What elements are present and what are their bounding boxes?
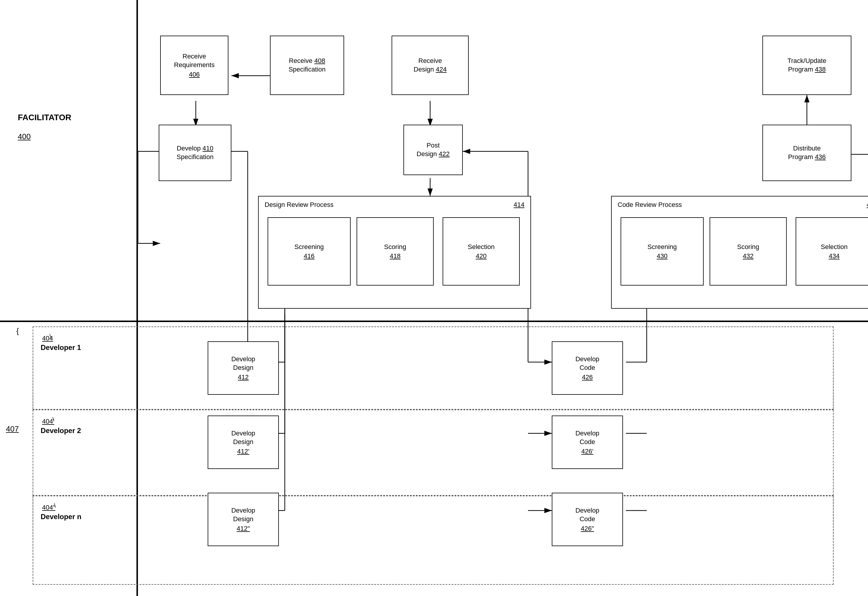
develop-design2-num: 412' xyxy=(237,448,249,455)
develop-code3-box: DevelopCode 426" xyxy=(552,493,623,546)
post-design-title: PostDesign 422 xyxy=(416,141,449,158)
diagram: FACILITATOR 400 Receive Requirements 406… xyxy=(0,0,868,596)
design-review-num: 414 xyxy=(514,201,524,209)
develop-spec-title: Develop 410Specification xyxy=(177,144,214,161)
receive-req-title: Receive Requirements xyxy=(163,52,226,69)
develop-design3-num: 412" xyxy=(237,525,250,532)
developer1-section: 404 \ Developer 1 xyxy=(32,327,834,410)
scoring-418-num: 418 xyxy=(390,252,401,260)
selection-420-box: Selection 420 xyxy=(443,217,520,285)
post-design-box: PostDesign 422 xyxy=(403,125,463,175)
selection-434-num: 434 xyxy=(829,252,840,260)
developer2-section: 404' \ Developer 2 xyxy=(32,410,834,496)
horizontal-divider xyxy=(0,321,868,322)
develop-code3-title: DevelopCode xyxy=(576,506,599,523)
facilitator-number: 400 xyxy=(18,132,31,141)
develop-code2-box: DevelopCode 426' xyxy=(552,416,623,469)
scoring-418-box: Scoring 418 xyxy=(357,217,434,285)
code-review-outer: Code Review Process 428 Screening 430 Sc… xyxy=(611,196,868,309)
selection-420-num: 420 xyxy=(476,252,487,260)
develop-code1-num: 426 xyxy=(582,373,593,381)
develop-spec-box: Develop 410Specification xyxy=(159,125,232,181)
scoring-432-title: Scoring xyxy=(737,243,759,251)
dev2-label: Developer 2 xyxy=(41,426,81,435)
distribute-title: DistributeProgram 436 xyxy=(788,144,825,161)
code-review-label: Code Review Process xyxy=(618,201,682,209)
screening-430-title: Screening xyxy=(647,243,677,251)
group-407-label: 407 xyxy=(6,424,19,434)
receive-req-num: 406 xyxy=(189,71,200,78)
develop-design3-box: DevelopDesign 412" xyxy=(208,493,279,546)
screening-416-num: 416 xyxy=(304,252,315,260)
scoring-418-title: Scoring xyxy=(384,243,406,251)
screening-430-num: 430 xyxy=(657,252,668,260)
develop-design2-box: DevelopDesign 412' xyxy=(208,416,279,469)
scoring-432-num: 432 xyxy=(743,252,754,260)
receive-requirements-box: Receive Requirements 406 xyxy=(160,35,229,95)
devn-label: Developer n xyxy=(41,513,81,521)
develop-code1-title: DevelopCode xyxy=(576,355,599,372)
selection-434-box: Selection 434 xyxy=(796,217,868,285)
receive-spec-box: Receive 408Specification xyxy=(270,35,344,95)
dev1-label: Developer 1 xyxy=(41,343,81,352)
design-review-label: Design Review Process xyxy=(264,201,334,209)
group-407-brace: { xyxy=(16,327,19,336)
screening-416-title: Screening xyxy=(294,243,324,251)
develop-design3-title: DevelopDesign xyxy=(232,506,255,523)
screening-416-box: Screening 416 xyxy=(267,217,351,285)
distribute-box: DistributeProgram 436 xyxy=(762,125,852,181)
develop-code2-title: DevelopCode xyxy=(576,429,599,446)
develop-design1-num: 412 xyxy=(238,373,249,381)
develop-design1-box: DevelopDesign 412 xyxy=(208,341,279,395)
selection-420-title: Selection xyxy=(468,243,495,251)
design-review-outer: Design Review Process 414 Screening 416 … xyxy=(258,196,531,309)
develop-code2-num: 426' xyxy=(582,448,593,455)
receive-spec-title: Receive 408Specification xyxy=(289,57,326,74)
track-update-box: Track/UpdateProgram 438 xyxy=(762,35,852,95)
receive-design-box: ReceiveDesign 424 xyxy=(391,35,469,95)
facilitator-label: FACILITATOR xyxy=(18,113,71,122)
scoring-432-box: Scoring 432 xyxy=(710,217,787,285)
develop-design1-title: DevelopDesign xyxy=(232,355,255,372)
develop-design2-title: DevelopDesign xyxy=(232,429,255,446)
developern-section: 404" \ Developer n xyxy=(32,496,834,585)
develop-code3-num: 426" xyxy=(581,525,594,532)
code-review-num: 428 xyxy=(867,201,868,209)
selection-434-title: Selection xyxy=(821,243,848,251)
track-update-title: Track/UpdateProgram 438 xyxy=(787,57,826,74)
receive-design-title: ReceiveDesign 424 xyxy=(413,57,446,74)
develop-code1-box: DevelopCode 426 xyxy=(552,341,623,395)
screening-430-box: Screening 430 xyxy=(621,217,704,285)
dev1-number: 404 xyxy=(42,334,53,342)
devn-number: 404" xyxy=(42,504,56,512)
